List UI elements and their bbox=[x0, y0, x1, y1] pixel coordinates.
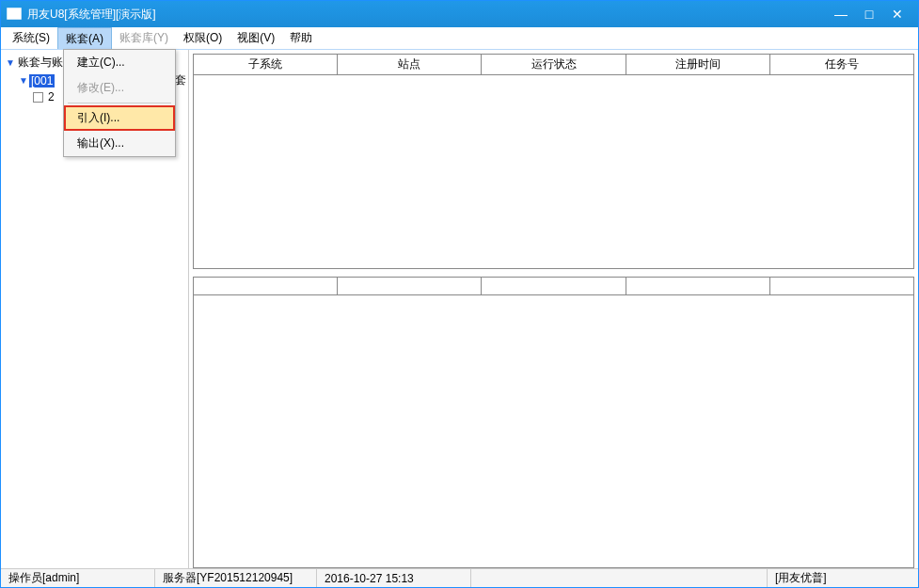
col-task-no[interactable]: 任务号 bbox=[770, 55, 913, 74]
minimize-button[interactable]: — bbox=[833, 7, 848, 22]
menu-account[interactable]: 账套(A) bbox=[57, 27, 112, 49]
bottom-col-4[interactable] bbox=[626, 278, 770, 294]
menu-bar: 系统(S) 账套(A) 账套库(Y) 权限(O) 视图(V) 帮助 bbox=[1, 27, 918, 50]
bottom-col-3[interactable] bbox=[482, 278, 626, 294]
right-panel: 子系统 站点 运行状态 注册时间 任务号 bbox=[189, 50, 918, 568]
window-title: 用友U8[系统管理][演示版] bbox=[27, 7, 833, 23]
tree-node-sub-label: 2 bbox=[46, 90, 55, 103]
bottom-col-5[interactable] bbox=[770, 278, 913, 294]
menu-account-lib[interactable]: 账套库(Y) bbox=[112, 27, 176, 49]
dropdown-create[interactable]: 建立(C)... bbox=[64, 50, 175, 75]
bottom-grid-header bbox=[194, 278, 913, 295]
status-company: [用友优普] bbox=[768, 569, 918, 587]
status-operator: 操作员[admin] bbox=[1, 569, 155, 587]
top-grid-header: 子系统 站点 运行状态 注册时间 任务号 bbox=[194, 55, 913, 75]
tree-toggle-icon[interactable]: ▼ bbox=[18, 75, 29, 86]
account-dropdown: 建立(C)... 修改(E)... 引入(I)... 输出(X)... bbox=[63, 49, 176, 157]
bottom-col-2[interactable] bbox=[338, 278, 482, 294]
menu-system[interactable]: 系统(S) bbox=[5, 27, 57, 49]
close-button[interactable]: ✕ bbox=[890, 7, 905, 22]
tree-node-suffix: 套 bbox=[175, 72, 186, 88]
status-server: 服务器[YF201512120945] bbox=[155, 569, 317, 587]
col-site[interactable]: 站点 bbox=[338, 55, 482, 74]
app-icon bbox=[7, 7, 22, 22]
tree-toggle-icon[interactable]: ▼ bbox=[5, 57, 16, 68]
top-grid: 子系统 站点 运行状态 注册时间 任务号 bbox=[193, 54, 914, 269]
window-controls: — □ ✕ bbox=[833, 7, 912, 22]
col-reg-time[interactable]: 注册时间 bbox=[626, 55, 770, 74]
col-subsystem[interactable]: 子系统 bbox=[194, 55, 338, 74]
status-datetime: 2016-10-27 15:13 bbox=[317, 569, 471, 587]
status-spacer bbox=[471, 569, 768, 587]
menu-help[interactable]: 帮助 bbox=[282, 27, 320, 49]
dropdown-import[interactable]: 引入(I)... bbox=[64, 105, 175, 131]
menu-view[interactable]: 视图(V) bbox=[230, 27, 282, 49]
dropdown-modify: 修改(E)... bbox=[64, 75, 175, 101]
title-bar: 用友U8[系统管理][演示版] — □ ✕ bbox=[1, 1, 918, 27]
bottom-col-1[interactable] bbox=[194, 278, 338, 294]
status-bar: 操作员[admin] 服务器[YF201512120945] 2016-10-2… bbox=[1, 568, 918, 587]
bottom-grid bbox=[193, 277, 914, 568]
dropdown-export[interactable]: 输出(X)... bbox=[64, 131, 175, 156]
col-run-status[interactable]: 运行状态 bbox=[482, 55, 626, 74]
dropdown-separator bbox=[68, 103, 171, 103]
maximize-button[interactable]: □ bbox=[862, 7, 877, 22]
menu-permission[interactable]: 权限(O) bbox=[176, 27, 230, 49]
checkbox-icon[interactable] bbox=[33, 92, 43, 103]
tree-node-001-label: [001 bbox=[29, 74, 55, 87]
svg-rect-0 bbox=[8, 8, 21, 19]
